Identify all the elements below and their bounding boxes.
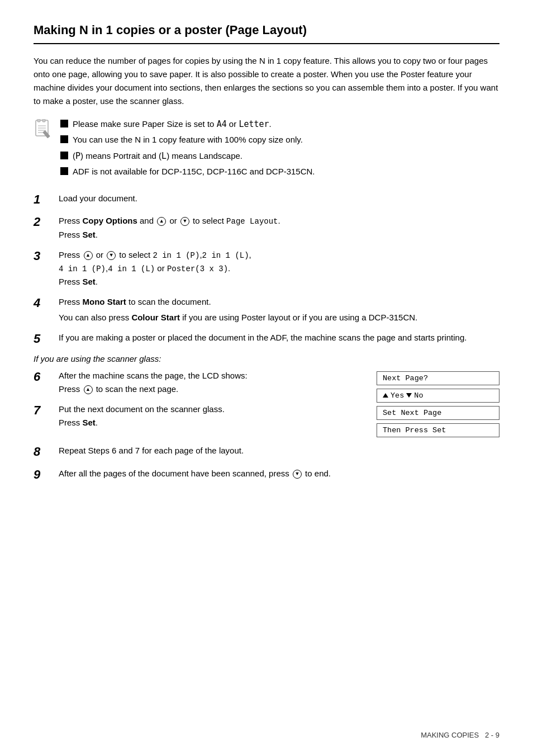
svg-rect-7 [42, 130, 50, 138]
step-number-3: 3 [34, 248, 59, 264]
step-2: 2 Press Copy Options and ▲ or ▼ to selec… [34, 214, 499, 241]
up-arrow-button: ▲ [84, 385, 93, 394]
step-6-content: After the machine scans the page, the LC… [59, 369, 365, 396]
bullet-icon [60, 152, 68, 159]
step-number-5: 5 [34, 331, 59, 347]
step-9: 9 After all the pages of the document ha… [34, 467, 499, 483]
step-1: 1 Load your document. [34, 192, 499, 208]
step-4-content: Press Mono Start to scan the document. Y… [59, 295, 499, 324]
lcd-then-press-set: Then Press Set [377, 423, 499, 437]
svg-rect-1 [37, 119, 40, 122]
steps-6-7-left: 6 After the machine scans the page, the … [34, 369, 365, 436]
step-number-2: 2 [34, 214, 59, 230]
triangle-down-icon [406, 393, 412, 398]
step-number-6: 6 [34, 369, 59, 385]
notes-box: Please make sure Paper Size is set to A4… [34, 118, 499, 182]
scanner-glass-label: If you are using the scanner glass: [34, 354, 499, 363]
step-8: 8 Repeat Steps 6 and 7 for each page of … [34, 444, 499, 460]
step-8-content: Repeat Steps 6 and 7 for each page of th… [59, 444, 499, 457]
note-item: Please make sure Paper Size is set to A4… [60, 118, 315, 131]
bullet-icon [60, 167, 68, 175]
lcd-displays-panel: Next Page? Yes No Set Next Page Then Pre… [377, 371, 499, 437]
step-3-content: Press ▲ or ▼ to select 2 in 1 (P),2 in 1… [59, 248, 499, 289]
step-9-content: After all the pages of the document have… [59, 467, 499, 480]
up-arrow-button: ▲ [157, 217, 166, 226]
notes-list: Please make sure Paper Size is set to A4… [60, 118, 315, 182]
svg-rect-2 [42, 119, 45, 122]
step-5-content: If you are making a poster or placed the… [59, 331, 499, 344]
lcd-set-next-page: Set Next Page [377, 406, 499, 420]
lcd-yes-no: Yes No [377, 389, 499, 403]
down-arrow-button: ▼ [180, 217, 189, 226]
note-item: (P) means Portrait and (L) means Landsca… [60, 150, 315, 163]
step-7-content: Put the next document on the scanner gla… [59, 403, 365, 429]
step-6: 6 After the machine scans the page, the … [34, 369, 365, 396]
step-number-8: 8 [34, 444, 59, 460]
steps-section: 1 Load your document. 2 Press Copy Optio… [34, 192, 499, 483]
note-item: You can use the N in 1 copy feature with… [60, 134, 315, 147]
lcd-next-page: Next Page? [377, 371, 499, 385]
step-number-9: 9 [34, 467, 59, 483]
step-1-content: Load your document. [59, 192, 499, 205]
steps-6-7-area: 6 After the machine scans the page, the … [34, 369, 499, 437]
down-arrow-button: ▼ [107, 251, 116, 260]
intro-paragraph: You can reduce the number of pages for c… [34, 54, 499, 108]
footer-text: MAKING COPIES 2 - 9 [421, 731, 499, 739]
notepad-icon [34, 119, 55, 140]
bullet-icon [60, 120, 68, 127]
down-arrow-button: ▼ [293, 470, 302, 479]
triangle-up-icon [383, 393, 388, 398]
step-3: 3 Press ▲ or ▼ to select 2 in 1 (P),2 in… [34, 248, 499, 289]
note-item: ADF is not available for DCP-115C, DCP-1… [60, 166, 315, 178]
up-arrow-button: ▲ [84, 251, 93, 260]
step-number-7: 7 [34, 403, 59, 419]
step-7: 7 Put the next document on the scanner g… [34, 403, 365, 429]
page-title: Making N in 1 copies or a poster (Page L… [34, 22, 499, 44]
step-4: 4 Press Mono Start to scan the document.… [34, 295, 499, 324]
step-number-4: 4 [34, 295, 59, 311]
footer: MAKING COPIES 2 - 9 [0, 731, 533, 739]
step-2-content: Press Copy Options and ▲ or ▼ to select … [59, 214, 499, 241]
bullet-icon [60, 135, 68, 143]
step-number-1: 1 [34, 192, 59, 208]
step-5: 5 If you are making a poster or placed t… [34, 331, 499, 347]
